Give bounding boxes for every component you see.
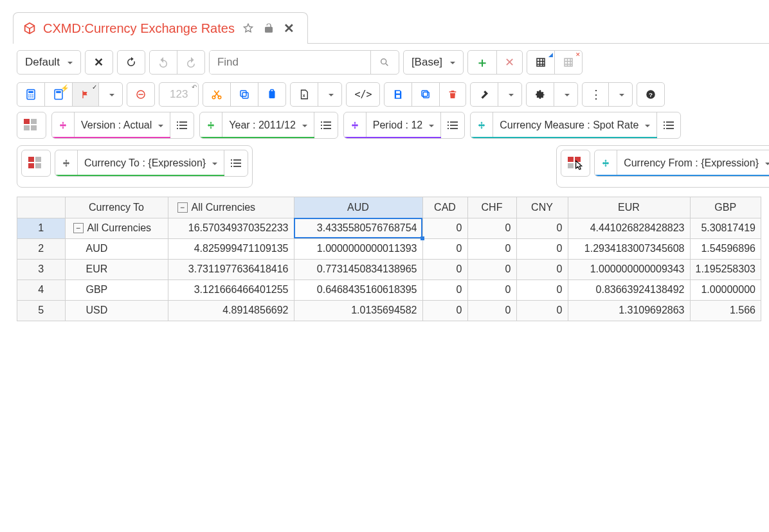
more-icon[interactable]: ⋮ <box>583 83 609 106</box>
star-icon[interactable] <box>241 21 255 35</box>
axis-icon-rows[interactable] <box>22 150 50 176</box>
cell[interactable]: 1.0135694582 <box>294 300 422 321</box>
gear-icon[interactable] <box>527 83 554 106</box>
brush-icon[interactable] <box>471 83 498 106</box>
page-dim-list-icon[interactable] <box>314 112 338 138</box>
delete-icon[interactable] <box>440 83 466 106</box>
page-dim-selector[interactable]: Period : 12 <box>366 112 441 138</box>
row-number[interactable]: 4 <box>17 279 65 300</box>
cell[interactable]: 1.54596896 <box>690 238 761 259</box>
cell[interactable]: 0 <box>467 218 516 238</box>
cut-icon[interactable] <box>203 83 231 106</box>
axis-icon-cols[interactable] <box>561 150 590 176</box>
grid-on-button[interactable]: ◢ <box>527 51 555 74</box>
cell[interactable]: 0 <box>516 218 568 238</box>
search-button[interactable] <box>370 51 399 74</box>
clear-button[interactable]: ✕ <box>85 50 113 75</box>
cell[interactable]: 1.2934183007345608 <box>568 238 690 259</box>
cell[interactable]: 3.4335580576768754 <box>294 218 422 238</box>
row-dim-selector[interactable]: Currency To : {Expression} <box>78 150 224 176</box>
help-icon[interactable]: ? <box>637 82 665 107</box>
row-number[interactable]: 2 <box>17 238 65 259</box>
more-dropdown[interactable] <box>609 83 632 106</box>
grid-off-button[interactable]: ✕ <box>555 51 582 74</box>
brush-dropdown[interactable] <box>498 83 521 106</box>
cell[interactable]: 0 <box>516 279 568 300</box>
close-icon[interactable]: ✕ <box>282 19 296 37</box>
excel-export-icon[interactable]: x <box>291 83 318 106</box>
move-icon[interactable] <box>344 112 366 138</box>
cell[interactable]: 1.3109692863 <box>568 300 690 321</box>
save-icon[interactable] <box>384 83 412 106</box>
view-selector[interactable]: Default <box>17 50 81 75</box>
refresh-button[interactable] <box>117 50 145 75</box>
move-icon[interactable] <box>55 150 78 176</box>
find-input[interactable] <box>210 51 370 74</box>
add-button[interactable]: ＋ <box>468 51 497 74</box>
col-header-all[interactable]: −All Currencies <box>168 197 294 218</box>
row-number[interactable]: 1 <box>17 218 65 238</box>
cell[interactable]: 4.441026828428823 <box>568 218 690 238</box>
col-header-cad[interactable]: CAD <box>422 197 467 218</box>
col-header-chf[interactable]: CHF <box>467 197 516 218</box>
cell[interactable]: 0 <box>422 238 467 259</box>
cell[interactable]: 0.7731450834138965 <box>294 259 422 279</box>
move-icon[interactable] <box>471 112 493 138</box>
move-icon[interactable] <box>52 112 75 138</box>
cell[interactable]: 0 <box>467 238 516 259</box>
cell[interactable]: 0 <box>516 238 568 259</box>
col-header-aud[interactable]: AUD <box>294 197 422 218</box>
row-dim-list-icon[interactable] <box>224 150 248 176</box>
copy-icon[interactable] <box>231 83 258 106</box>
cell[interactable]: 1.0000000000011393 <box>294 238 422 259</box>
page-dim-selector[interactable]: Year : 2011/12 <box>222 112 314 138</box>
page-dim-list-icon[interactable] <box>170 112 194 138</box>
paste-icon[interactable] <box>258 83 285 106</box>
page-dim-list-icon[interactable] <box>657 112 680 138</box>
row-number[interactable]: 5 <box>17 300 65 321</box>
move-icon[interactable] <box>595 150 617 176</box>
flag-dropdown[interactable] <box>99 83 122 106</box>
row-label[interactable]: AUD <box>65 238 168 259</box>
calculator-icon[interactable] <box>17 83 45 106</box>
cell[interactable]: 0 <box>467 259 516 279</box>
cell[interactable]: 4.825999471109135 <box>168 238 294 259</box>
col-header-eur[interactable]: EUR <box>568 197 690 218</box>
cell[interactable]: 1.00000000 <box>690 279 761 300</box>
axis-icon-page[interactable] <box>17 112 46 139</box>
cell[interactable]: 0 <box>516 259 568 279</box>
no-entry-icon[interactable] <box>127 82 155 107</box>
row-label[interactable]: USD <box>65 300 168 321</box>
page-dim-selector[interactable]: Version : Actual <box>75 112 170 138</box>
corner-cell[interactable] <box>17 197 65 218</box>
cell[interactable]: 5.30817419 <box>690 218 761 238</box>
cell[interactable]: 3.7311977636418416 <box>168 259 294 279</box>
code-icon[interactable]: </> <box>346 82 380 107</box>
undo-button[interactable] <box>150 51 177 74</box>
number-input-button[interactable]: 123 ↶ <box>159 82 199 107</box>
col-dim-selector[interactable]: Currency From : {Expression} <box>617 150 769 176</box>
col-header-gbp[interactable]: GBP <box>690 197 761 218</box>
collapse-icon[interactable]: − <box>177 202 188 213</box>
settings-dropdown[interactable] <box>554 83 577 106</box>
calculator-bolt-icon[interactable]: ⚡ <box>45 83 73 106</box>
export-dropdown[interactable] <box>318 83 341 106</box>
row-label[interactable]: GBP <box>65 279 168 300</box>
col-header-cny[interactable]: CNY <box>516 197 568 218</box>
cell[interactable]: 0 <box>467 279 516 300</box>
collapse-icon[interactable]: − <box>73 223 84 233</box>
cell[interactable]: 0 <box>422 279 467 300</box>
cell[interactable]: 0 <box>422 218 467 238</box>
document-tab[interactable]: CXMD:Currency Exchange Rates ✕ <box>13 12 308 44</box>
cell[interactable]: 0 <box>422 300 467 321</box>
data-grid[interactable]: Currency To−All CurrenciesAUDCADCHFCNYEU… <box>17 197 761 321</box>
cell[interactable]: 1.195258303 <box>690 259 761 279</box>
cell[interactable]: 0 <box>422 259 467 279</box>
cell[interactable]: 3.121666466401255 <box>168 279 294 300</box>
cell[interactable]: 0.83663924138492 <box>568 279 690 300</box>
cell[interactable]: 1.000000000009343 <box>568 259 690 279</box>
move-icon[interactable] <box>200 112 222 138</box>
cell[interactable]: 0 <box>516 300 568 321</box>
row-number[interactable]: 3 <box>17 259 65 279</box>
unlock-icon[interactable] <box>262 21 276 35</box>
